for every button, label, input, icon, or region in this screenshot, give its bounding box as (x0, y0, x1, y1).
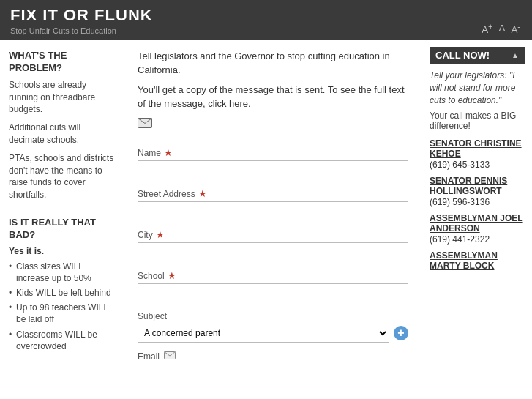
legislator-name-3[interactable]: ASSEMBLYMAN MARTY BLOCK (430, 250, 525, 271)
street-required-star: ★ (198, 188, 207, 199)
legislator-name-0[interactable]: SENATOR CHRISTINE KEHOE (430, 138, 525, 159)
sidebar-bad-title: IS IT REALLY THAT BAD? (9, 217, 115, 242)
street-label: Street Address ★ (138, 188, 408, 199)
site-subtitle: Stop Unfair Cuts to Education (10, 26, 153, 35)
email-icon-row (138, 118, 408, 130)
legislator-phone-1: (619) 596-3136 (430, 197, 525, 207)
main-intro-2: You'll get a copy of the message that is… (138, 83, 408, 111)
email-label: Email (138, 351, 408, 362)
email-field-group: Email (138, 351, 408, 362)
font-decrease-button[interactable]: A- (509, 22, 522, 35)
main-intro2-suffix: . (248, 98, 251, 109)
name-field-group: Name ★ (138, 147, 408, 179)
subject-label: Subject (138, 311, 408, 321)
site-title: FIX IT OR FLUNK (10, 6, 153, 25)
form-divider (138, 138, 408, 138)
city-field-group: City ★ (138, 229, 408, 261)
click-here-link[interactable]: click here (208, 98, 248, 109)
school-label: School ★ (138, 270, 408, 281)
add-icon: + (394, 326, 408, 340)
legislator-name-1[interactable]: SENATOR DENNIS HOLLINGSWORT (430, 176, 525, 196)
call-now-label: CALL NOW! (435, 50, 490, 61)
add-subject-button[interactable]: + (394, 326, 408, 340)
school-input[interactable] (138, 283, 408, 302)
street-input[interactable] (138, 201, 408, 220)
legislator-name-2[interactable]: ASSEMBLYMAN JOEL ANDERSON (430, 213, 525, 234)
call-now-quote: Tell your legislators: "I will not stand… (430, 70, 525, 106)
call-now-header: CALL NOW! ▲ (430, 47, 525, 64)
sidebar-divider (9, 209, 115, 209)
call-big-diff: Your call makes a BIG difference! (430, 111, 525, 131)
header: FIX IT OR FLUNK Stop Unfair Cuts to Educ… (0, 0, 532, 40)
school-field-group: School ★ (138, 270, 408, 302)
city-input[interactable] (138, 242, 408, 261)
email-field-icon (164, 351, 176, 362)
list-item: Kids WILL be left behind (9, 287, 115, 299)
sidebar-list: Class sizes WILL increase up to 50% Kids… (9, 261, 115, 352)
header-left: FIX IT OR FLUNK Stop Unfair Cuts to Educ… (10, 6, 153, 35)
sidebar-text-1: Schools are already running on threadbar… (9, 79, 115, 116)
subject-row: A concerned parentA teacherA studentA co… (138, 324, 408, 343)
layout: WHAT'S THE PROBLEM? Schools are already … (0, 40, 532, 381)
subject-field-group: Subject A concerned parentA teacherA stu… (138, 311, 408, 343)
sidebar-problem-title: WHAT'S THE PROBLEM? (9, 50, 115, 75)
right-panel: CALL NOW! ▲ Tell your legislators: "I wi… (422, 40, 532, 381)
email-icon (138, 118, 152, 128)
legislator-phone-2: (619) 441-2322 (430, 234, 525, 245)
name-label: Name ★ (138, 147, 408, 158)
name-input[interactable] (138, 160, 408, 179)
sidebar-text-2: Additional cuts will decimate schools. (9, 122, 115, 146)
sidebar-yes-it-is: Yes it is. (9, 246, 115, 256)
name-required-star: ★ (164, 147, 173, 158)
sidebar-text-3: PTAs, schools and districts don't have t… (9, 152, 115, 201)
main-content: Tell legislators and the Governor to sto… (124, 40, 422, 381)
street-field-group: Street Address ★ (138, 188, 408, 220)
font-increase-button[interactable]: A+ (480, 22, 494, 35)
font-normal-button[interactable]: A (498, 23, 507, 34)
city-required-star: ★ (156, 229, 165, 240)
font-controls: A+ A A- (480, 22, 522, 35)
list-item: Classrooms WILL be overcrowded (9, 329, 115, 352)
list-item: Up to 98 teachers WILL be laid off (9, 302, 115, 325)
chevron-up-icon: ▲ (512, 51, 519, 59)
school-required-star: ★ (168, 270, 176, 281)
sidebar: WHAT'S THE PROBLEM? Schools are already … (0, 40, 124, 381)
legislator-phone-0: (619) 645-3133 (430, 160, 525, 170)
subject-select[interactable]: A concerned parentA teacherA studentA co… (138, 324, 389, 343)
city-label: City ★ (138, 229, 408, 240)
list-item: Class sizes WILL increase up to 50% (9, 261, 115, 284)
main-intro: Tell legislators and the Governor to sto… (138, 50, 408, 78)
main-intro2-prefix: You'll get a copy of the message that is… (138, 84, 405, 109)
